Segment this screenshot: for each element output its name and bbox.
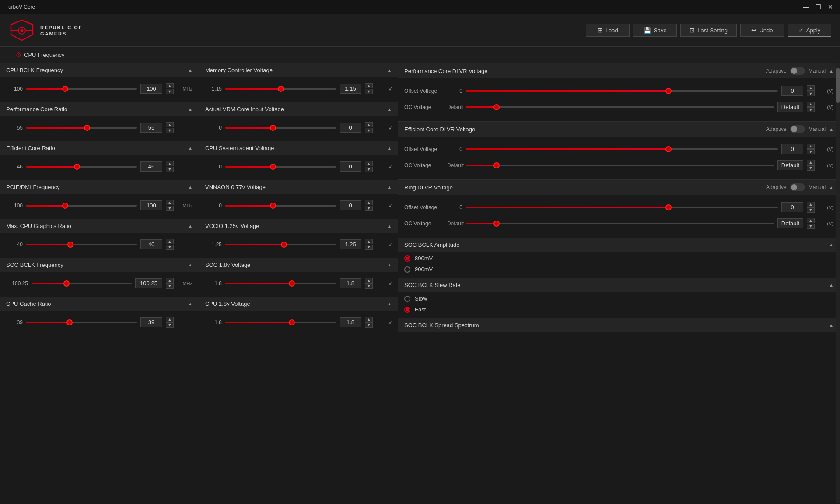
eff-core-dlvr-toggle[interactable]	[790, 125, 805, 133]
perf-core-offset-value[interactable]: 0	[781, 86, 803, 96]
ring-dlvr-offset-value[interactable]: 0	[781, 202, 803, 212]
collapse-pcie-dmi[interactable]: ▲	[188, 185, 192, 189]
actual-vrm-up[interactable]: ▲	[365, 122, 373, 127]
maximize-button[interactable]: ❐	[814, 3, 822, 11]
ring-dlvr-oc-down[interactable]: ▼	[807, 224, 815, 229]
soc-bclk-freq-slider[interactable]	[32, 283, 132, 284]
cpu-bclk-up[interactable]: ▲	[166, 83, 174, 88]
collapse-vnnaon[interactable]: ▲	[387, 185, 392, 189]
last-setting-button[interactable]: ⊡ Last Setting	[680, 24, 737, 37]
pcie-dmi-slider[interactable]	[26, 205, 137, 206]
ring-dlvr-offset-up[interactable]: ▲	[807, 202, 815, 207]
soc-bclk-freq-up[interactable]: ▲	[166, 278, 174, 283]
mem-ctrl-slider[interactable]	[225, 88, 336, 90]
perf-core-offset-down[interactable]: ▼	[807, 91, 815, 96]
soc-1v8-value[interactable]: 1.8	[340, 278, 361, 288]
collapse-max-cpu-graphics[interactable]: ▲	[188, 224, 192, 228]
actual-vrm-down[interactable]: ▼	[365, 128, 373, 133]
cpu-bclk-value[interactable]: 100	[140, 84, 162, 94]
perf-core-down[interactable]: ▼	[166, 128, 174, 133]
collapse-perf-core[interactable]: ▲	[188, 107, 192, 112]
perf-core-offset-up[interactable]: ▲	[807, 85, 815, 91]
cpu-bclk-down[interactable]: ▼	[166, 89, 174, 94]
eff-core-offset-value[interactable]: 0	[781, 144, 803, 154]
radio-fast[interactable]: Fast	[404, 306, 833, 313]
eff-core-oc-up[interactable]: ▲	[807, 160, 815, 165]
cpu-1v8-slider[interactable]	[225, 322, 336, 323]
collapse-cpu-cache-ratio[interactable]: ▲	[188, 301, 192, 306]
collapse-actual-vrm[interactable]: ▲	[387, 107, 392, 112]
actual-vrm-slider[interactable]	[225, 127, 336, 129]
cpu-sys-agent-value[interactable]: 0	[340, 161, 361, 172]
perf-core-slider[interactable]	[26, 127, 137, 129]
tab-cpu-frequency[interactable]: ⚙ CPU Frequency	[9, 47, 71, 63]
soc-1v8-down[interactable]: ▼	[365, 284, 373, 289]
eff-core-down[interactable]: ▼	[166, 167, 174, 172]
cpu-bclk-slider[interactable]	[26, 88, 137, 90]
perf-core-oc-up[interactable]: ▲	[807, 102, 815, 107]
vccio-down[interactable]: ▼	[365, 245, 373, 250]
collapse-eff-core[interactable]: ▲	[188, 146, 192, 150]
cpu-1v8-up[interactable]: ▲	[365, 317, 373, 322]
eff-core-oc-slider[interactable]	[466, 164, 774, 166]
perf-core-oc-down[interactable]: ▼	[807, 107, 815, 112]
max-cpu-graphics-slider[interactable]	[26, 244, 137, 245]
undo-button[interactable]: ↩ Undo	[740, 24, 784, 37]
cpu-cache-ratio-down[interactable]: ▼	[166, 322, 174, 328]
collapse-soc-bclk-spread[interactable]: ▲	[829, 323, 833, 328]
ring-dlvr-toggle[interactable]	[790, 183, 805, 191]
cpu-cache-ratio-value[interactable]: 39	[140, 317, 162, 327]
cpu-cache-ratio-slider[interactable]	[26, 322, 137, 323]
perf-core-dlvr-toggle[interactable]	[790, 67, 805, 75]
perf-core-oc-slider[interactable]	[466, 106, 774, 108]
cpu-1v8-down[interactable]: ▼	[365, 322, 373, 328]
pcie-dmi-up[interactable]: ▲	[166, 200, 174, 205]
soc-1v8-up[interactable]: ▲	[365, 278, 373, 283]
max-cpu-graphics-up[interactable]: ▲	[166, 239, 174, 244]
soc-1v8-slider[interactable]	[225, 283, 336, 284]
collapse-soc-bclk-slew[interactable]: ▲	[829, 283, 833, 287]
ring-dlvr-oc-slider[interactable]	[466, 223, 774, 224]
close-button[interactable]: ✕	[826, 3, 835, 11]
pcie-dmi-down[interactable]: ▼	[166, 206, 174, 211]
radio-900mv[interactable]: 900mV	[404, 266, 833, 273]
perf-core-offset-slider[interactable]	[466, 90, 778, 92]
cpu-1v8-value[interactable]: 1.8	[340, 317, 361, 327]
apply-button[interactable]: ✓ Apply	[788, 24, 831, 37]
collapse-mem-ctrl[interactable]: ▲	[387, 68, 392, 73]
collapse-cpu-sys-agent[interactable]: ▲	[387, 146, 392, 150]
collapse-soc-bclk-freq[interactable]: ▲	[188, 262, 192, 267]
load-button[interactable]: ⊞ Load	[586, 24, 630, 37]
vnnaon-up[interactable]: ▲	[365, 200, 373, 205]
collapse-soc-1v8[interactable]: ▲	[387, 262, 392, 267]
cpu-sys-agent-up[interactable]: ▲	[365, 161, 373, 166]
right-scrollbar-thumb[interactable]	[836, 68, 840, 103]
vccio-slider[interactable]	[225, 244, 336, 245]
soc-bclk-freq-down[interactable]: ▼	[166, 284, 174, 289]
vnnaon-down[interactable]: ▼	[365, 206, 373, 211]
vccio-value[interactable]: 1.25	[340, 239, 361, 249]
collapse-soc-bclk-amplitude[interactable]: ▲	[829, 242, 833, 247]
ring-dlvr-oc-up[interactable]: ▲	[807, 218, 815, 223]
ring-dlvr-oc-value[interactable]: Default	[777, 218, 803, 228]
vnnaon-value[interactable]: 0	[340, 200, 361, 210]
eff-core-oc-value[interactable]: Default	[777, 160, 803, 170]
collapse-cpu-1v8[interactable]: ▲	[387, 301, 392, 306]
pcie-dmi-value[interactable]: 100	[140, 200, 162, 210]
eff-core-oc-down[interactable]: ▼	[807, 165, 815, 171]
mem-ctrl-value[interactable]: 1.15	[340, 84, 361, 94]
max-cpu-graphics-down[interactable]: ▼	[166, 245, 174, 250]
perf-core-up[interactable]: ▲	[166, 122, 174, 127]
vnnaon-slider[interactable]	[225, 205, 336, 206]
collapse-cpu-bclk[interactable]: ▲	[188, 68, 192, 73]
radio-800mv[interactable]: 800mV	[404, 255, 833, 262]
collapse-eff-core-dlvr[interactable]: ▲	[829, 127, 833, 132]
cpu-cache-ratio-up[interactable]: ▲	[166, 317, 174, 322]
collapse-vccio[interactable]: ▲	[387, 224, 392, 228]
mem-ctrl-down[interactable]: ▼	[365, 89, 373, 94]
eff-core-slider[interactable]	[26, 166, 137, 168]
soc-bclk-freq-value[interactable]: 100.25	[135, 278, 162, 288]
eff-core-offset-up[interactable]: ▲	[807, 144, 815, 149]
ring-dlvr-offset-slider[interactable]	[466, 206, 778, 208]
save-button[interactable]: 💾 Save	[633, 24, 677, 37]
